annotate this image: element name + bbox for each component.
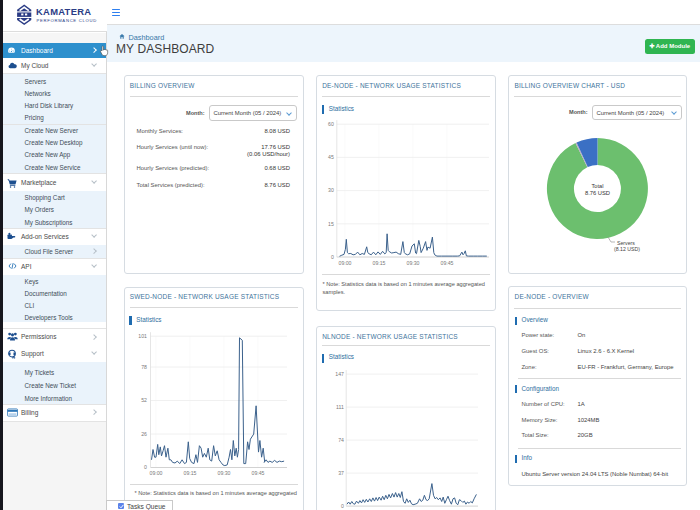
svg-text:Total: Total bbox=[592, 183, 604, 189]
svg-text:8.76 USD: 8.76 USD bbox=[585, 190, 610, 196]
svg-text:(8.12 USD): (8.12 USD) bbox=[614, 246, 640, 252]
